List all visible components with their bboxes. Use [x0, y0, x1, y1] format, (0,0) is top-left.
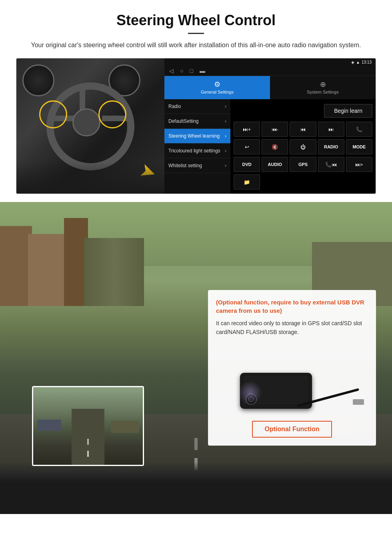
- optional-btn-container: Optional Function: [216, 417, 368, 438]
- tab-system-settings[interactable]: ⊕ System Settings: [270, 76, 376, 99]
- ctrl-folder[interactable]: 📁: [234, 174, 260, 190]
- android-statusbar: ◈ ▲ 13:13: [164, 58, 376, 66]
- building-2: [28, 234, 68, 306]
- tab-general-settings[interactable]: ⚙ General Settings: [164, 76, 270, 99]
- control-grid-row1: ⏭+ ⏮- ⏮ ⏭ 📞: [234, 122, 372, 137]
- ctrl-audio[interactable]: AUDIO: [262, 157, 288, 172]
- ctrl-prev[interactable]: ⏮: [290, 122, 316, 137]
- chevron-icon-2: ›: [225, 118, 226, 124]
- begin-learn-row: Begin learn: [234, 102, 372, 119]
- ui-screenshot: ➤ ◈ ▲ 13:13 ◁ ○ □ ▬: [16, 58, 376, 194]
- dvr-device-area: [216, 353, 368, 417]
- steering-subtitle: Your original car's steering wheel contr…: [24, 40, 368, 50]
- ctrl-skip[interactable]: ⏭▷: [346, 157, 372, 172]
- android-menu: Radio › DefaultSetting › Steering Wheel …: [164, 99, 230, 194]
- tab-system-label: System Settings: [307, 90, 338, 94]
- ctrl-dvd[interactable]: DVD: [234, 157, 260, 172]
- thumb-road-line-1: [87, 451, 89, 457]
- wheel-center: [72, 108, 100, 136]
- android-content: Radio › DefaultSetting › Steering Wheel …: [164, 99, 376, 194]
- control-grid-row4: 📁: [234, 174, 372, 190]
- chevron-icon-4: ›: [225, 148, 226, 154]
- dvr-camera-image: [216, 345, 368, 417]
- back-nav-icon[interactable]: ◁: [169, 68, 174, 74]
- home-nav-icon[interactable]: ○: [180, 68, 183, 74]
- status-icons: ◈ ▲ 13:13: [351, 60, 372, 64]
- chevron-icon: ›: [225, 104, 226, 109]
- highlight-left: [39, 100, 67, 128]
- location-icon: ◈: [351, 60, 354, 64]
- menu-item-tricoloured[interactable]: Tricoloured light settings ›: [164, 144, 230, 158]
- system-settings-icon: ⊕: [320, 80, 326, 89]
- recent-nav-icon[interactable]: □: [190, 68, 193, 74]
- menu-item-whitelist[interactable]: Whitelist setting ›: [164, 158, 230, 173]
- building-1: [0, 226, 32, 306]
- android-interface: ◈ ▲ 13:13 ◁ ○ □ ▬ ⚙ General Settings ⊕: [164, 58, 376, 194]
- ctrl-power[interactable]: ⏻: [290, 139, 316, 154]
- dvr-thumbnail: [32, 386, 144, 466]
- road-line-3: [194, 438, 198, 450]
- chevron-icon-5: ›: [225, 163, 226, 168]
- steering-photo: ➤: [16, 58, 164, 194]
- thumb-road-line-2: [87, 439, 89, 445]
- android-panel: Begin learn ⏭+ ⏮- ⏮ ⏭ 📞 ↩ 🔇 ⏻: [230, 99, 376, 194]
- hedge-1: [84, 238, 144, 306]
- steering-wheel: [42, 78, 138, 174]
- thumb-car-1: [111, 421, 139, 433]
- menu-item-radio-label: Radio: [168, 104, 181, 109]
- ctrl-phone-prev[interactable]: 📞⏮: [318, 157, 344, 172]
- steering-section: Steering Wheel Control Your original car…: [0, 0, 392, 194]
- chevron-icon-3: ›: [225, 133, 226, 139]
- ctrl-hang-up[interactable]: ↩: [234, 139, 260, 154]
- begin-learn-button[interactable]: Begin learn: [324, 104, 372, 118]
- thumb-car-2: [37, 420, 61, 431]
- ctrl-next[interactable]: ⏭: [318, 122, 344, 137]
- ctrl-mode[interactable]: MODE: [346, 139, 372, 154]
- general-settings-icon: ⚙: [214, 80, 220, 89]
- dvr-optional-text: (Optional function, require to buy exter…: [216, 298, 368, 315]
- time-display: 13:13: [362, 60, 372, 64]
- android-tabs: ⚙ General Settings ⊕ System Settings: [164, 76, 376, 99]
- menu-item-radio[interactable]: Radio ›: [164, 99, 230, 114]
- page-title: Steering Wheel Control: [16, 12, 376, 29]
- dvr-info-box: (Optional function, require to buy exter…: [208, 290, 376, 446]
- menu-nav-icon[interactable]: ▬: [200, 68, 205, 74]
- ctrl-mute[interactable]: 🔇: [262, 139, 288, 154]
- control-grid-row3: DVD AUDIO GPS 📞⏮ ⏭▷: [234, 157, 372, 172]
- control-grid-row2: ↩ 🔇 ⏻ RADIO MODE: [234, 139, 372, 154]
- optional-function-button[interactable]: Optional Function: [252, 421, 332, 438]
- android-nav-bar: ◁ ○ □ ▬: [164, 66, 376, 76]
- menu-item-default-label: DefaultSetting: [168, 118, 198, 124]
- tab-general-label: General Settings: [201, 90, 234, 94]
- ctrl-vol-up[interactable]: ⏭+: [234, 122, 260, 137]
- thumbnail-bg: [33, 387, 143, 465]
- highlight-right: [98, 100, 126, 128]
- dvr-description: It can record video only to storage in G…: [216, 319, 368, 337]
- ctrl-gps[interactable]: GPS: [290, 157, 316, 172]
- menu-item-tricoloured-label: Tricoloured light settings: [168, 148, 220, 154]
- menu-item-steering-wheel[interactable]: Steering Wheel learning ›: [164, 129, 230, 144]
- dvr-section: Support DVR (Optional function, require …: [0, 202, 392, 514]
- menu-item-steering-label: Steering Wheel learning: [168, 133, 220, 139]
- usb-plug: [353, 399, 364, 405]
- dashboard-bg: [16, 162, 164, 194]
- title-divider: [188, 33, 204, 34]
- wifi-icon: ▲: [356, 60, 360, 64]
- ctrl-vol-down[interactable]: ⏮-: [262, 122, 288, 137]
- dashboard-bottom: [0, 462, 392, 514]
- menu-item-whitelist-label: Whitelist setting: [168, 163, 202, 168]
- ctrl-radio[interactable]: RADIO: [318, 139, 344, 154]
- ctrl-phone[interactable]: 📞: [346, 122, 372, 137]
- menu-item-default-setting[interactable]: DefaultSetting ›: [164, 114, 230, 129]
